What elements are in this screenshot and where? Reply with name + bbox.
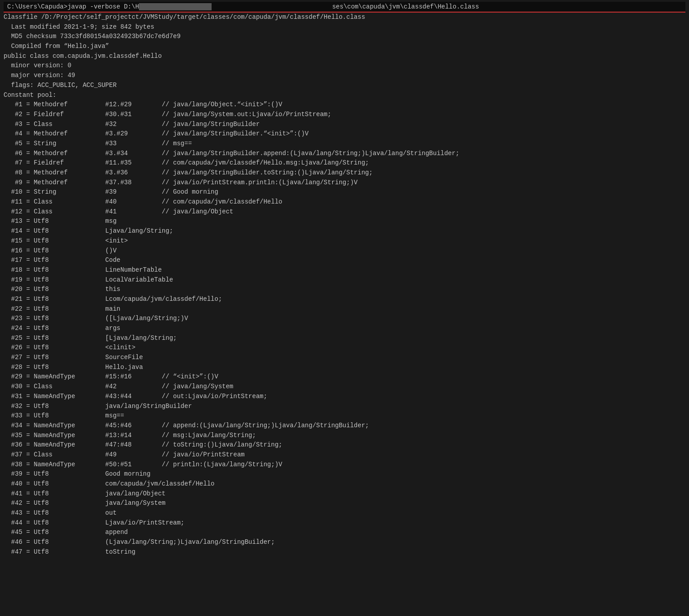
title-bar: C:\Users\Capuda>javap -verbose D:\H█████… xyxy=(4,2,685,13)
cp-entry-25: #25 = Utf8 [Ljava/lang/String; xyxy=(4,334,685,343)
cp-entry-28: #28 = Utf8 Hello.java xyxy=(4,363,685,373)
cp-entry-15: #15 = Utf8 <init> xyxy=(4,236,685,246)
cp-entry-21: #21 = Utf8 Lcom/capuda/jvm/classdef/Hell… xyxy=(4,295,685,304)
cp-entry-33: #33 = Utf8 msg== xyxy=(4,411,685,421)
cp-entry-38: #38 = NameAndType #50:#51 // println:(Lj… xyxy=(4,460,685,470)
cp-entry-36: #36 = NameAndType #47:#48 // toString:()… xyxy=(4,440,685,450)
cp-entry-14: #14 = Utf8 Ljava/lang/String; xyxy=(4,226,685,236)
cp-entry-44: #44 = Utf8 Ljava/io/PrintStream; xyxy=(4,518,685,528)
cp-entry-2: #2 = Fieldref #30.#31 // java/lang/Syste… xyxy=(4,110,685,120)
cp-entry-7: #7 = Fieldref #11.#35 // com/capuda/jvm/… xyxy=(4,158,685,168)
cp-entry-42: #42 = Utf8 java/lang/System xyxy=(4,499,685,508)
cp-entry-31: #31 = NameAndType #43:#44 // out:Ljava/i… xyxy=(4,392,685,402)
cp-entry-34: #34 = NameAndType #45:#46 // append:(Lja… xyxy=(4,421,685,431)
cp-entry-4: #4 = Methodref #3.#29 // java/lang/Strin… xyxy=(4,129,685,139)
cp-entry-22: #22 = Utf8 main xyxy=(4,304,685,314)
compiled-line: Compiled from “Hello.java” xyxy=(4,42,685,52)
cp-entry-11: #11 = Class #40 // com/capuda/jvm/classd… xyxy=(4,197,685,207)
cp-entry-19: #19 = Utf8 LocalVariableTable xyxy=(4,275,685,285)
lastmod-line: Last modified 2021-1-9; size 842 bytes xyxy=(4,22,685,32)
cp-entry-16: #16 = Utf8 ()V xyxy=(4,246,685,256)
terminal-window: C:\Users\Capuda>javap -verbose D:\H█████… xyxy=(0,0,689,616)
cp-entry-13: #13 = Utf8 msg xyxy=(4,217,685,226)
terminal-content: Classfile /D:/Project/self_projectct/JVM… xyxy=(4,13,685,557)
cp-entry-39: #39 = Utf8 Good morning xyxy=(4,469,685,479)
major-version-line: major version: 49 xyxy=(4,71,685,81)
cp-entry-35: #35 = NameAndType #13:#14 // msg:Ljava/l… xyxy=(4,431,685,441)
constant-pool-header: Constant pool: xyxy=(4,91,685,100)
cp-entry-17: #17 = Utf8 Code xyxy=(4,256,685,265)
cp-entry-18: #18 = Utf8 LineNumberTable xyxy=(4,265,685,275)
cp-entry-3: #3 = Class #32 // java/lang/StringBuilde… xyxy=(4,120,685,130)
cp-entry-12: #12 = Class #41 // java/lang/Object xyxy=(4,207,685,217)
flags-line: flags: ACC_PUBLIC, ACC_SUPER xyxy=(4,81,685,91)
cp-entry-9: #9 = Methodref #37.#38 // java/io/PrintS… xyxy=(4,178,685,188)
md5-line: MD5 checksum 733c3fd80154a0324923b67dc7e… xyxy=(4,32,685,42)
cp-entry-43: #43 = Utf8 out xyxy=(4,508,685,518)
command-text: C:\Users\Capuda>javap -verbose D:\H█████… xyxy=(7,3,479,10)
classfile-line: Classfile /D:/Project/self_projectct/JVM… xyxy=(4,13,685,22)
cp-entry-10: #10 = String #39 // Good morning xyxy=(4,187,685,197)
public-class-line: public class com.capuda.jvm.classdef.Hel… xyxy=(4,52,685,61)
cp-entry-6: #6 = Methodref #3.#34 // java/lang/Strin… xyxy=(4,149,685,159)
cp-entry-40: #40 = Utf8 com/capuda/jvm/classdef/Hello xyxy=(4,479,685,489)
cp-entry-41: #41 = Utf8 java/lang/Object xyxy=(4,489,685,499)
cp-entry-27: #27 = Utf8 SourceFile xyxy=(4,353,685,363)
cp-entry-37: #37 = Class #49 // java/io/PrintStream xyxy=(4,450,685,460)
cp-entry-1: #1 = Methodref #12.#29 // java/lang/Obje… xyxy=(4,100,685,110)
cp-entry-8: #8 = Methodref #3.#36 // java/lang/Strin… xyxy=(4,168,685,178)
cp-entry-45: #45 = Utf8 append xyxy=(4,528,685,538)
minor-version-line: minor version: 0 xyxy=(4,61,685,71)
cp-entry-26: #26 = Utf8 <clinit> xyxy=(4,343,685,353)
cp-entry-23: #23 = Utf8 ([Ljava/lang/String;)V xyxy=(4,314,685,324)
cp-entry-29: #29 = NameAndType #15:#16 // “<init>”:()… xyxy=(4,372,685,382)
cp-entry-24: #24 = Utf8 args xyxy=(4,324,685,334)
cp-entry-20: #20 = Utf8 this xyxy=(4,285,685,295)
cp-entry-30: #30 = Class #42 // java/lang/System xyxy=(4,382,685,392)
cp-entry-32: #32 = Utf8 java/lang/StringBuilder xyxy=(4,402,685,412)
cp-entry-46: #46 = Utf8 (Ljava/lang/String;)Ljava/lan… xyxy=(4,538,685,547)
cp-entry-5: #5 = String #33 // msg== xyxy=(4,139,685,149)
cp-entry-47: #47 = Utf8 toString xyxy=(4,547,685,557)
